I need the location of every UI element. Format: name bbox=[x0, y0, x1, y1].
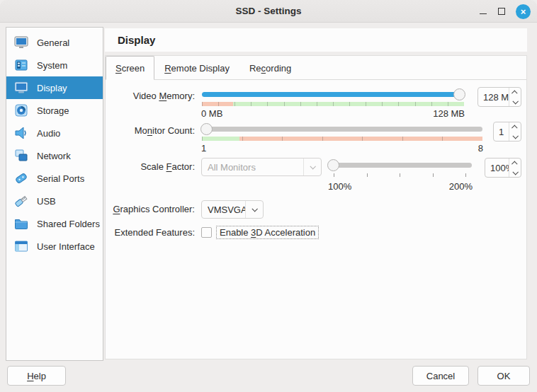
scale-factor-ticks bbox=[334, 173, 467, 177]
chevron-down-icon bbox=[251, 206, 257, 212]
sidebar-item-label: General bbox=[37, 38, 69, 48]
monitor-count-spin-down[interactable] bbox=[509, 132, 521, 141]
settings-category-list: General System Display Storage Audio bbox=[6, 27, 103, 361]
shared-folders-icon bbox=[13, 215, 30, 232]
monitor-count-slider[interactable] bbox=[201, 122, 483, 137]
enable-3d-acceleration-label[interactable]: Enable 3D Acceleration bbox=[216, 226, 319, 239]
monitor-count-label: Monitor Count: bbox=[106, 122, 201, 136]
sidebar-item-label: Display bbox=[37, 83, 67, 93]
monitor-count-scale bbox=[202, 137, 482, 141]
sidebar-item-shared-folders[interactable]: Shared Folders bbox=[6, 212, 103, 235]
video-memory-min-label: 0 MB bbox=[201, 108, 222, 119]
system-icon bbox=[13, 57, 30, 74]
sidebar-item-system[interactable]: System bbox=[6, 54, 103, 76]
scale-factor-slider[interactable] bbox=[328, 158, 473, 173]
sidebar-item-storage[interactable]: Storage bbox=[6, 99, 103, 122]
monitor-count-max-label: 8 bbox=[478, 143, 483, 154]
chevron-down-icon bbox=[512, 169, 518, 175]
general-icon bbox=[13, 34, 30, 51]
chevron-up-icon bbox=[511, 161, 517, 166]
monitor-count-value[interactable]: 1 bbox=[494, 122, 509, 141]
user-interface-icon bbox=[13, 238, 30, 255]
sidebar-item-display[interactable]: Display bbox=[6, 76, 103, 99]
sidebar-item-serial-ports[interactable]: Serial Ports bbox=[6, 167, 103, 190]
extended-features-label: Extended Features: bbox=[106, 226, 201, 238]
graphics-controller-value: VMSVGA bbox=[202, 201, 245, 218]
close-icon: × bbox=[521, 6, 526, 17]
audio-icon bbox=[13, 125, 30, 142]
usb-icon bbox=[13, 192, 30, 209]
sidebar-item-label: USB bbox=[37, 196, 56, 207]
video-memory-spinbox[interactable]: 128 MB bbox=[477, 87, 521, 107]
sidebar-item-usb[interactable]: USB bbox=[6, 190, 103, 212]
chevron-down-icon bbox=[512, 133, 518, 139]
close-button[interactable]: × bbox=[516, 4, 531, 19]
network-icon bbox=[13, 147, 30, 164]
sidebar-item-label: Audio bbox=[37, 128, 60, 139]
monitor-count-slider-handle[interactable] bbox=[200, 123, 213, 135]
video-memory-max-label: 128 MB bbox=[433, 108, 465, 119]
chevron-down-icon bbox=[512, 98, 518, 104]
sidebar-item-audio[interactable]: Audio bbox=[6, 122, 103, 144]
graphics-controller-label: Graphics Controller: bbox=[106, 200, 201, 214]
window-title: SSD - Settings bbox=[235, 6, 301, 16]
page-header: Display bbox=[105, 28, 527, 52]
tab-bar: Screen Remote Display Recording bbox=[106, 56, 526, 80]
sidebar-item-label: Shared Folders bbox=[37, 219, 100, 229]
sidebar-item-general[interactable]: General bbox=[6, 31, 103, 54]
maximize-icon bbox=[498, 8, 505, 15]
titlebar[interactable]: SSD - Settings × bbox=[0, 0, 537, 23]
minimize-icon bbox=[480, 13, 487, 14]
video-memory-label: Video Memory: bbox=[106, 87, 201, 101]
scale-factor-value[interactable]: 100% bbox=[485, 158, 509, 177]
storage-icon bbox=[13, 102, 30, 119]
display-icon bbox=[13, 79, 30, 96]
video-memory-row: Video Memory: 0 MB 128 MB 128 MB bbox=[106, 87, 521, 119]
scale-factor-combobox-value: All Monitors bbox=[202, 158, 303, 175]
sidebar-item-label: User Interface bbox=[37, 241, 95, 252]
video-memory-spin-up[interactable] bbox=[509, 88, 521, 97]
scale-factor-spin-up[interactable] bbox=[509, 158, 521, 168]
scale-factor-min-label: 100% bbox=[328, 181, 351, 192]
chevron-up-icon bbox=[511, 125, 517, 130]
video-memory-spin-down[interactable] bbox=[509, 97, 521, 106]
minimize-button[interactable] bbox=[479, 7, 487, 16]
enable-3d-acceleration-checkbox[interactable] bbox=[201, 227, 212, 238]
maximize-button[interactable] bbox=[498, 8, 505, 15]
scale-factor-spinbox[interactable]: 100% bbox=[485, 158, 521, 178]
monitor-count-slider-track bbox=[202, 127, 482, 132]
video-memory-slider-handle[interactable] bbox=[453, 88, 465, 100]
monitor-count-min-label: 1 bbox=[201, 143, 206, 154]
settings-dialog: SSD - Settings × General System Display bbox=[0, 0, 537, 392]
monitor-count-row: Monitor Count: 1 8 1 bbox=[106, 122, 521, 154]
video-memory-slider[interactable] bbox=[201, 87, 465, 102]
sidebar-item-network[interactable]: Network bbox=[6, 144, 103, 167]
monitor-count-spinbox[interactable]: 1 bbox=[493, 122, 521, 142]
video-memory-scale bbox=[202, 102, 464, 106]
sidebar-item-label: System bbox=[37, 60, 67, 71]
monitor-count-spin-up[interactable] bbox=[509, 122, 521, 132]
cancel-button-label: Cancel bbox=[426, 371, 455, 381]
sidebar-item-label: Network bbox=[37, 151, 71, 161]
graphics-controller-combobox[interactable]: VMSVGA bbox=[201, 200, 264, 219]
video-memory-value[interactable]: 128 MB bbox=[478, 88, 509, 106]
serial-ports-icon bbox=[13, 170, 30, 187]
scale-factor-label: Scale Factor: bbox=[106, 158, 201, 172]
tab-remote-display[interactable]: Remote Display bbox=[154, 56, 239, 80]
help-button[interactable]: Help bbox=[7, 366, 66, 386]
ok-button[interactable]: OK bbox=[477, 366, 530, 386]
chevron-up-icon bbox=[511, 90, 517, 96]
extended-features-row: Extended Features: Enable 3D Acceleratio… bbox=[106, 226, 521, 239]
tab-recording[interactable]: Recording bbox=[239, 56, 301, 80]
scale-factor-monitor-combobox[interactable]: All Monitors bbox=[201, 158, 322, 176]
video-memory-slider-track bbox=[202, 92, 464, 97]
scale-factor-spin-down[interactable] bbox=[509, 168, 521, 177]
chevron-down-icon bbox=[310, 163, 315, 169]
sidebar-item-label: Serial Ports bbox=[37, 173, 84, 184]
cancel-button[interactable]: Cancel bbox=[412, 366, 469, 386]
sidebar-item-user-interface[interactable]: User Interface bbox=[6, 235, 103, 258]
ok-button-label: OK bbox=[497, 371, 511, 381]
scale-factor-slider-handle[interactable] bbox=[327, 159, 339, 171]
tab-screen[interactable]: Screen bbox=[106, 56, 154, 80]
scale-factor-slider-track bbox=[329, 163, 472, 168]
